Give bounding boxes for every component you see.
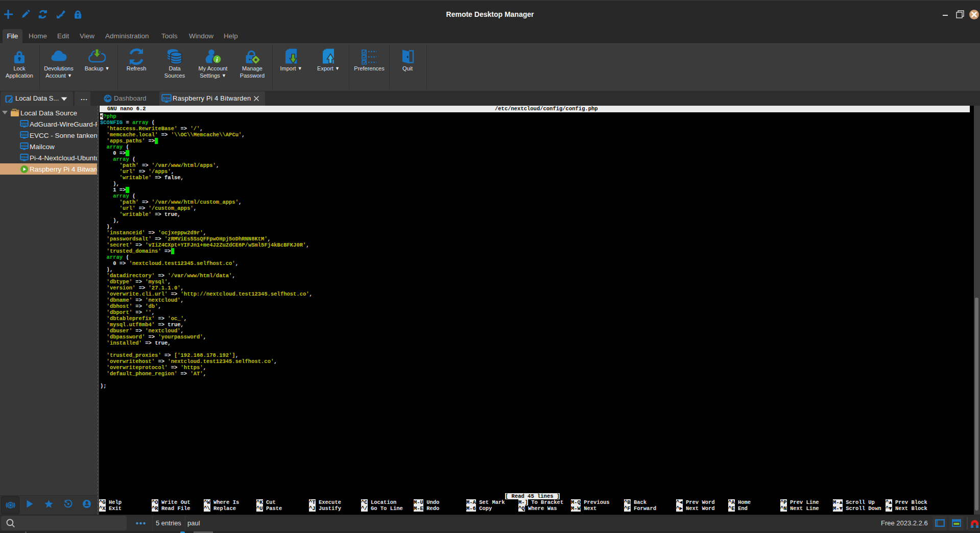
svg-text:SSH: SSH	[21, 133, 28, 136]
svg-text:SSH: SSH	[21, 144, 28, 148]
svg-text:SSH: SSH	[21, 122, 28, 125]
svg-text:SSH: SSH	[163, 96, 171, 101]
svg-text:SSH: SSH	[21, 155, 28, 159]
svg-text:i: i	[216, 56, 218, 63]
